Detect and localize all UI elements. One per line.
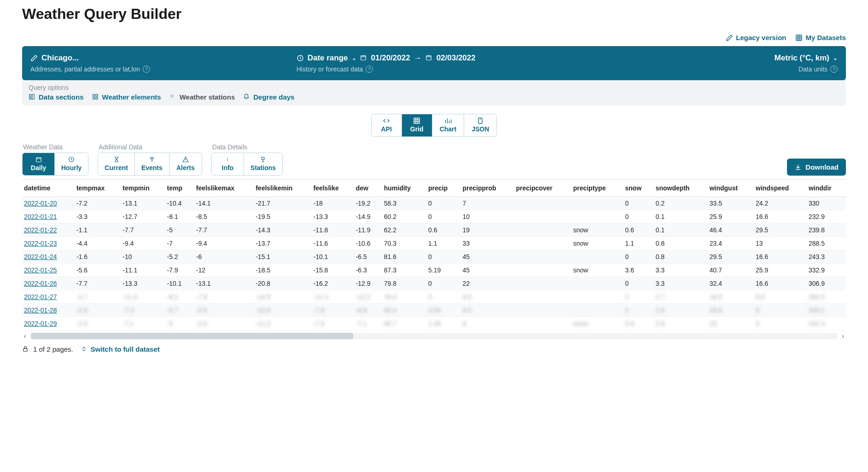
help-icon[interactable]: ? (366, 65, 373, 73)
table-cell: 0 (623, 210, 654, 224)
table-cell: -11.9 (354, 224, 382, 237)
column-header[interactable]: snowdepth (654, 180, 708, 197)
tab-api-label: API (381, 125, 391, 133)
tab-daily[interactable]: Daily (23, 153, 55, 175)
table-cell: 2022-01-20 (22, 197, 75, 210)
tab-hourly[interactable]: Hourly (55, 153, 88, 175)
datetime-link[interactable]: 2022-01-24 (24, 253, 57, 260)
help-icon[interactable]: ? (830, 65, 838, 73)
table-cell: 2022-01-26 (22, 277, 75, 290)
alert-icon (182, 156, 189, 163)
location-field[interactable]: Chicago... (30, 53, 282, 63)
data-sections-label: Data sections (39, 93, 84, 101)
table-cell: -1.1 (75, 224, 121, 237)
svg-point-14 (170, 94, 171, 95)
table-cell (514, 304, 571, 317)
column-header[interactable]: snow (623, 180, 654, 197)
table-cell: 81.6 (382, 250, 426, 264)
datetime-link[interactable]: 2022-01-20 (24, 200, 57, 207)
tab-api[interactable]: API (372, 114, 402, 136)
table-cell: 0 (426, 290, 461, 304)
datetime-link[interactable]: 2022-01-28 (24, 307, 57, 314)
scrollbar-track[interactable] (31, 333, 838, 339)
tab-events[interactable]: Events (135, 153, 169, 175)
tab-current[interactable]: Current (98, 153, 135, 175)
my-datasets-link[interactable]: My Datasets (795, 34, 846, 41)
tab-grid-label: Grid (410, 125, 424, 133)
table-cell: -7.7 (121, 224, 165, 237)
units-selector[interactable]: Metric (°C, km) ⌄ (775, 53, 838, 63)
column-header[interactable]: windspeed (754, 180, 807, 197)
table-row: 2022-01-24-1.6-10-5.2-6-15.1-10.1-6.581.… (22, 250, 846, 264)
table-cell (514, 250, 571, 264)
column-header[interactable]: tempmin (121, 180, 165, 197)
table-cell: 29.5 (754, 224, 807, 237)
table-cell (571, 304, 623, 317)
table-cell: 3.3 (654, 277, 708, 290)
scroll-left-button[interactable]: ‹ (22, 332, 28, 340)
tab-stations[interactable]: Stations (244, 153, 282, 175)
weather-stations-link[interactable]: Weather stations (169, 93, 235, 101)
table-cell: 16.9 (708, 290, 754, 304)
horizontal-scroll: ‹ › (22, 332, 846, 340)
location-hint: Addresses, partial addresses or lat,lon (30, 65, 140, 73)
column-header[interactable]: temp (165, 180, 194, 197)
table-cell: 3.3 (654, 264, 708, 277)
column-header[interactable]: precipcover (514, 180, 571, 197)
date-range-field[interactable]: Date range ⌄ 01/20/2022 → 02/03/2022 (297, 53, 680, 63)
table-cell: -16.2 (311, 277, 354, 290)
table-cell: 1.1 (426, 237, 461, 250)
datetime-link[interactable]: 2022-01-26 (24, 280, 57, 287)
data-sections-link[interactable]: Data sections (29, 93, 84, 101)
tab-grid[interactable]: Grid (402, 114, 432, 136)
column-header[interactable]: precipprob (461, 180, 514, 197)
column-header[interactable]: precip (426, 180, 461, 197)
column-header[interactable]: windgust (708, 180, 754, 197)
table-cell: 45 (461, 264, 514, 277)
column-header[interactable]: winddir (807, 180, 846, 197)
weather-elements-link[interactable]: Weather elements (92, 93, 161, 101)
table-cell: 5.19 (426, 264, 461, 277)
column-header[interactable]: tempmax (75, 180, 121, 197)
scrollbar-thumb[interactable] (31, 333, 354, 339)
table-cell: -5.6 (75, 264, 121, 277)
table-cell: -8.1 (165, 210, 194, 224)
datetime-link[interactable]: 2022-01-27 (24, 293, 57, 301)
column-header[interactable]: preciptype (571, 180, 623, 197)
datetime-link[interactable]: 2022-01-21 (24, 213, 57, 220)
column-header[interactable]: feelslike (311, 180, 354, 197)
table-cell: -10.1 (165, 277, 194, 290)
table-row: 2022-01-22-1.1-7.7-5-7.7-14.3-11.8-11.96… (22, 224, 846, 237)
bell-icon (243, 94, 250, 101)
scroll-right-button[interactable]: › (840, 332, 846, 340)
download-button[interactable]: Download (787, 159, 846, 176)
svg-point-12 (172, 96, 173, 97)
help-icon[interactable]: ? (143, 65, 150, 73)
datetime-link[interactable]: 2022-01-29 (24, 320, 57, 327)
table-cell: 2022-01-25 (22, 264, 75, 277)
column-header[interactable]: datetime (22, 180, 75, 197)
calendar-icon (425, 54, 433, 62)
weather-data-label: Weather Data (22, 143, 88, 151)
tab-chart[interactable]: Chart (432, 114, 465, 136)
tab-json[interactable]: JSON (464, 114, 496, 136)
table-cell (514, 237, 571, 250)
table-cell: 2022-01-21 (22, 210, 75, 224)
table-cell: -7.9 (165, 264, 194, 277)
tab-json-label: JSON (472, 125, 489, 133)
legacy-version-link[interactable]: Legacy version (726, 34, 786, 41)
datetime-link[interactable]: 2022-01-22 (24, 226, 57, 234)
column-header[interactable]: humidity (382, 180, 426, 197)
datetime-link[interactable]: 2022-01-25 (24, 266, 57, 274)
column-header[interactable]: dew (354, 180, 382, 197)
column-header[interactable]: feelslikemax (194, 180, 254, 197)
table-cell: -6.8 (354, 304, 382, 317)
tab-alerts[interactable]: Alerts (169, 153, 202, 175)
tab-info[interactable]: Info (212, 153, 244, 175)
degree-days-link[interactable]: Degree days (243, 93, 294, 101)
switch-dataset-link[interactable]: Switch to full dataset (81, 345, 160, 353)
chart-icon (444, 117, 452, 124)
datetime-link[interactable]: 2022-01-23 (24, 240, 57, 247)
column-header[interactable]: feelslikemin (254, 180, 311, 197)
table-cell: 0 (623, 250, 654, 264)
